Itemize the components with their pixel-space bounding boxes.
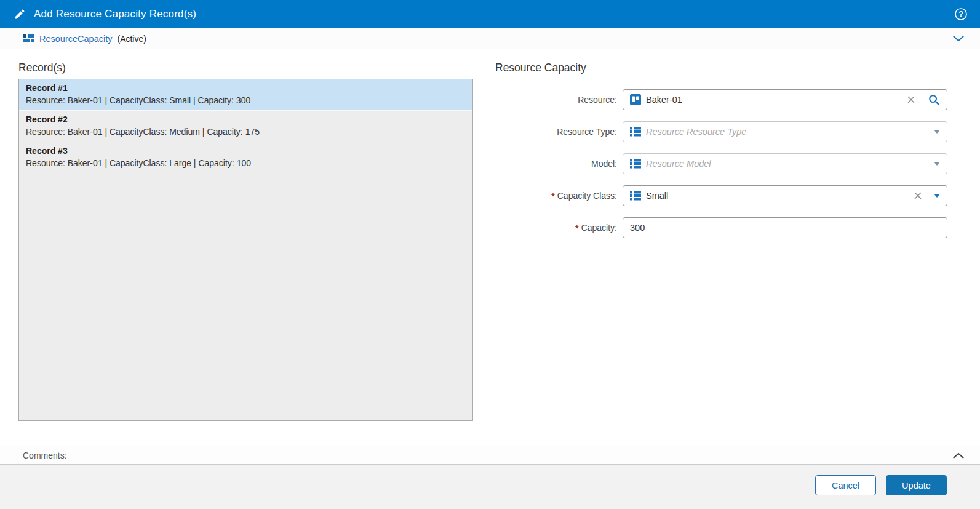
resource-value: Baker-01	[646, 95, 682, 105]
resource-type-label: Resource Type:	[495, 127, 623, 137]
form-row-capacity: * Capacity:	[495, 217, 947, 238]
resource-capacity-form: Resource: Baker-01	[495, 89, 947, 249]
update-button[interactable]: Update	[886, 475, 947, 495]
clear-icon[interactable]	[914, 192, 922, 199]
form-row-model: Model: Resource Model	[495, 153, 947, 174]
svg-text:?: ?	[958, 10, 963, 18]
records-list: Record #1 Resource: Baker-01 | CapacityC…	[18, 79, 473, 421]
edit-pencil-icon	[14, 8, 26, 20]
object-breadcrumb-bar: ResourceCapacity (Active)	[0, 28, 980, 49]
form-row-capacity-class: * Capacity Class: Small	[495, 185, 947, 206]
model-dropdown[interactable]: Resource Model	[623, 153, 947, 174]
capacity-class-dropdown[interactable]: Small	[623, 185, 947, 206]
object-status: (Active)	[117, 34, 146, 44]
capacity-class-label: * Capacity Class:	[495, 191, 623, 201]
record-title: Record #1	[26, 83, 466, 93]
capacity-field-wrap	[623, 217, 947, 238]
capacity-input[interactable]	[630, 223, 940, 233]
resource-label: Resource:	[495, 95, 623, 105]
chevron-up-icon[interactable]	[953, 452, 964, 459]
search-icon[interactable]	[928, 94, 940, 106]
capacity-class-value: Small	[646, 191, 668, 201]
clear-icon[interactable]	[907, 96, 915, 103]
title-bar: Add Resource Capacity Record(s) ?	[0, 0, 980, 28]
capacity-label: * Capacity:	[495, 223, 623, 233]
record-row-2[interactable]: Record #2 Resource: Baker-01 | CapacityC…	[19, 110, 472, 142]
list-icon	[630, 127, 641, 137]
comments-section-bar: Comments:	[0, 446, 980, 465]
resource-type-dropdown[interactable]: Resource Resource Type	[623, 121, 947, 142]
record-row-3[interactable]: Record #3 Resource: Baker-01 | CapacityC…	[19, 142, 472, 173]
object-type-icon	[23, 34, 34, 44]
resource-lookup-field[interactable]: Baker-01	[623, 89, 947, 110]
list-icon	[630, 159, 641, 169]
board-icon	[630, 94, 641, 105]
form-row-resource-type: Resource Type: Resource Resource Type	[495, 121, 947, 142]
chevron-down-icon[interactable]	[953, 36, 964, 42]
record-title: Record #2	[26, 114, 466, 124]
form-row-resource: Resource: Baker-01	[495, 89, 947, 110]
comments-label: Comments:	[23, 451, 67, 460]
footer-bar: Cancel Update	[0, 465, 980, 509]
dropdown-arrow-icon[interactable]	[934, 130, 940, 134]
dropdown-arrow-icon[interactable]	[934, 162, 940, 166]
record-detail: Resource: Baker-01 | CapacityClass: Medi…	[26, 127, 466, 137]
required-marker: *	[575, 223, 579, 233]
records-panel-title: Record(s)	[18, 62, 66, 74]
model-label: Model:	[495, 159, 623, 169]
page-title: Add Resource Capacity Record(s)	[34, 8, 196, 20]
required-marker: *	[551, 191, 555, 201]
form-title: Resource Capacity	[495, 62, 586, 74]
record-detail: Resource: Baker-01 | CapacityClass: Smal…	[26, 95, 466, 105]
model-placeholder: Resource Model	[646, 159, 711, 169]
resource-type-placeholder: Resource Resource Type	[646, 127, 746, 137]
object-name-link[interactable]: ResourceCapacity	[39, 34, 112, 44]
record-detail: Resource: Baker-01 | CapacityClass: Larg…	[26, 158, 466, 168]
record-title: Record #3	[26, 146, 466, 156]
cancel-button[interactable]: Cancel	[815, 475, 876, 495]
dropdown-arrow-icon[interactable]	[934, 194, 940, 198]
help-icon[interactable]: ?	[954, 7, 968, 21]
record-row-1[interactable]: Record #1 Resource: Baker-01 | CapacityC…	[19, 79, 472, 110]
list-icon	[630, 191, 641, 201]
